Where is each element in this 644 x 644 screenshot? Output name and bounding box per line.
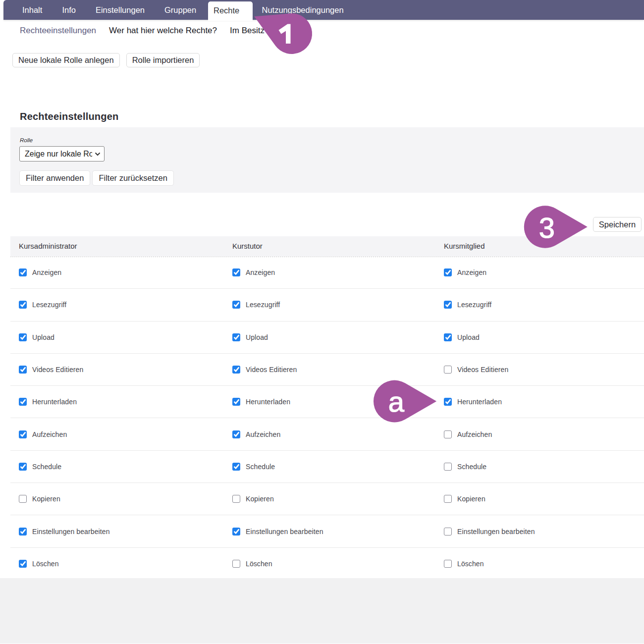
svg-text:3: 3 bbox=[539, 212, 555, 244]
svg-text:a: a bbox=[388, 385, 405, 418]
